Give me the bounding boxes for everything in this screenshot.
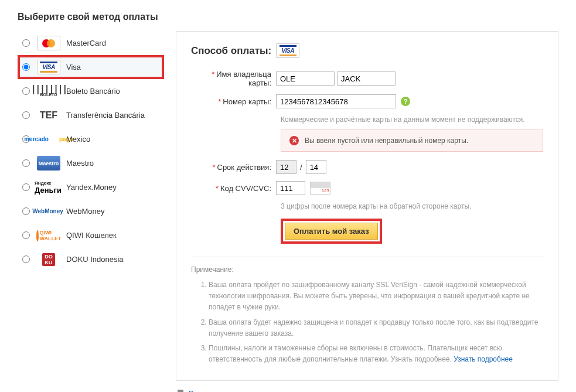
radio-qiwi[interactable] (22, 231, 30, 239)
radio-yandex[interactable] (22, 183, 30, 191)
payment-details-panel: Способ оплаты: VISA *Имя владельца карты… (176, 31, 558, 381)
method-maestro[interactable]: Maestro Maestro (18, 151, 164, 175)
method-label: DOKU Indonesia (66, 255, 124, 264)
cvv-illustration-icon: 123 (310, 182, 330, 195)
radio-visa[interactable] (22, 63, 30, 71)
note-item: Ваша оплата пройдет по зашифрованному ка… (209, 279, 543, 313)
method-label: WebMoney (66, 207, 105, 216)
help-icon[interactable]: ? (401, 97, 410, 106)
svg-point-1 (47, 39, 55, 47)
method-tef[interactable]: TEF Transferência Bancária (18, 103, 164, 127)
print-icon (176, 390, 185, 392)
note-item: Ваша оплата будет надежно защищена и поп… (209, 317, 543, 339)
method-label: Visa (66, 63, 81, 71)
note-item: Пошлины, налоги и таможенные сборы не вк… (209, 343, 543, 365)
cardholder-label: *Имя владельца карты: (191, 70, 276, 87)
notes-section: Примечание: Ваша оплата пройдет по зашиф… (191, 257, 543, 365)
cvv-label: *Код CVV/CVC: (191, 184, 276, 193)
method-boleto[interactable]: ||||||||BOLETO Boleto Bancário (18, 79, 164, 103)
panel-title: Способ оплаты: VISA (191, 43, 543, 58)
page-title: Выберите свой метод оплаты (18, 12, 558, 22)
method-webmoney[interactable]: WebMoney WebMoney (18, 199, 164, 223)
payment-method-list: MasterCard VISA Visa ||||||||BOLETO Bole… (18, 31, 164, 381)
visa-icon: VISA (37, 60, 60, 74)
method-doku[interactable]: DOKU DOKU Indonesia (18, 247, 164, 271)
radio-doku[interactable] (22, 255, 30, 263)
method-mercadopago[interactable]: mercadopago Mexico (18, 127, 164, 151)
expiry-year-input[interactable] (306, 160, 326, 174)
cvv-hint: 3 цифры после номера карты на обратной с… (281, 202, 543, 210)
method-yandex[interactable]: ЯндексДеньги Yandex.Money (18, 175, 164, 199)
method-mastercard[interactable]: MasterCard (18, 31, 164, 55)
last-name-input[interactable] (337, 71, 396, 86)
svg-rect-2 (178, 390, 183, 392)
radio-tef[interactable] (22, 111, 30, 119)
mastercard-icon (37, 36, 60, 50)
visa-icon: VISA (276, 43, 299, 58)
radio-boleto[interactable] (22, 87, 30, 95)
method-label: Yandex.Money (66, 183, 117, 192)
method-qiwi[interactable]: QIWIWALLET QIWI Кошелек (18, 223, 164, 247)
error-message: ✕ Вы ввели пустой или неправильный номер… (281, 129, 543, 152)
expiry-separator: / (300, 163, 302, 172)
method-label: QIWI Кошелек (66, 231, 117, 240)
method-label: Boleto Bancário (66, 87, 120, 96)
print-page-link[interactable]: Распечатать эту страницу (189, 389, 280, 392)
radio-mastercard[interactable] (22, 39, 30, 47)
webmoney-icon: WebMoney (37, 204, 60, 219)
cardnumber-label: *Номер карты: (191, 97, 276, 106)
radio-maestro[interactable] (22, 159, 30, 167)
learn-more-link[interactable]: Узнать подробнее (454, 355, 513, 363)
tef-icon: TEF (37, 108, 60, 122)
method-label: MasterCard (66, 39, 106, 47)
maestro-icon: Maestro (37, 156, 60, 171)
cardnumber-hint: Коммерческие и расчётные карты на данным… (281, 115, 543, 124)
notes-title: Примечание: (191, 265, 543, 274)
method-label: Mexico (66, 135, 90, 144)
doku-icon: DOKU (37, 252, 60, 267)
cvv-input[interactable] (276, 181, 305, 195)
qiwi-icon: QIWIWALLET (37, 228, 60, 243)
first-name-input[interactable] (276, 71, 335, 86)
card-number-input[interactable] (276, 94, 396, 108)
expiry-label: *Срок действия: (191, 163, 276, 172)
radio-webmoney[interactable] (22, 207, 30, 215)
submit-highlight: Оплатить мой заказ (281, 219, 382, 244)
mercadopago-icon: mercadopago (37, 132, 60, 146)
boleto-icon: ||||||||BOLETO (37, 84, 60, 98)
yandex-money-icon: ЯндексДеньги (37, 180, 60, 195)
error-icon: ✕ (289, 136, 299, 145)
pay-button[interactable]: Оплатить мой заказ (285, 223, 378, 240)
method-label: Transferência Bancária (66, 111, 145, 120)
method-label: Maestro (66, 159, 94, 168)
method-visa[interactable]: VISA Visa (18, 55, 164, 79)
expiry-month-input[interactable] (276, 160, 296, 174)
